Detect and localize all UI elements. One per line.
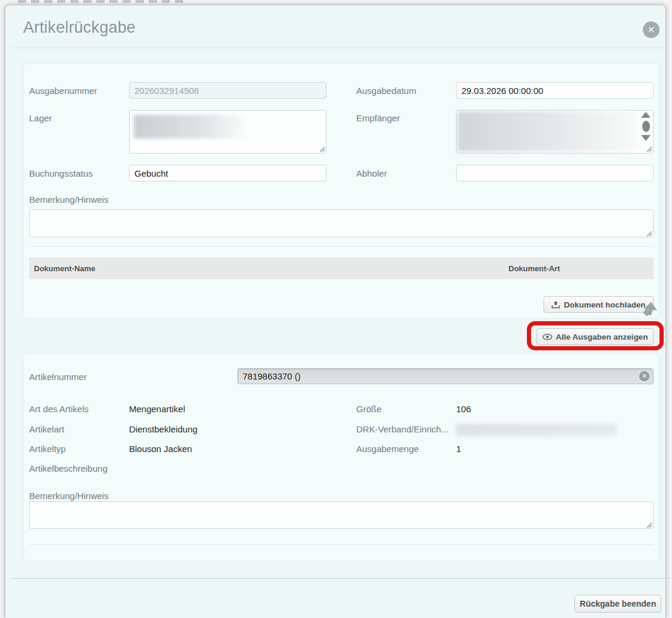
- bemerkung-textarea[interactable]: [29, 209, 654, 237]
- article-panel: [23, 353, 660, 561]
- clear-article-icon[interactable]: ✕: [639, 371, 649, 381]
- finish-button-label: Rückgabe beenden: [580, 599, 656, 608]
- article-panel-divider: [29, 544, 654, 545]
- footer-divider: [11, 578, 671, 579]
- art-des-artikels-label: Art des Artikels: [29, 404, 89, 414]
- buchungsstatus-input[interactable]: [129, 165, 326, 181]
- artikelbeschreibung-label: Artikelbeschreibung: [29, 463, 108, 473]
- groesse-label: Größe: [356, 404, 382, 414]
- empfaenger-scrollbar[interactable]: [641, 112, 651, 141]
- column-dokument-name: Dokument-Name: [29, 264, 504, 273]
- abholer-label: Abholer: [356, 168, 387, 178]
- groesse-value: 106: [456, 404, 471, 414]
- drk-verband-label: DRK-Verband/Einrich...: [356, 424, 448, 434]
- upload-document-button[interactable]: Dokument hochladen: [544, 296, 654, 313]
- buchungsstatus-label: Buchungsstatus: [29, 168, 93, 178]
- artikelnummer-input[interactable]: 7819863370 (): [237, 368, 654, 384]
- screen: Artikelrückgabe ✕ Ausgabenummer Ausgabed…: [0, 0, 672, 618]
- artikeltyp-value: Blouson Jacken: [129, 444, 192, 454]
- ausgabedatum-input[interactable]: [456, 82, 654, 99]
- dialog-title: Artikelrückgabe: [23, 18, 136, 37]
- documents-table-header: Dokument-Name Dokument-Art: [29, 258, 654, 279]
- issue-panel: [23, 63, 660, 319]
- ausgabedatum-label: Ausgabedatum: [356, 86, 416, 96]
- artikelnummer-value: 7819863370 (): [243, 371, 301, 381]
- header-divider: [11, 48, 671, 48]
- artikelnummer-label: Artikelnummer: [29, 372, 87, 382]
- article-bemerkung-resize-handle[interactable]: [646, 522, 652, 528]
- ausgabemenge-label: Ausgabemenge: [356, 444, 419, 454]
- empfaenger-resize-handle[interactable]: [646, 146, 652, 152]
- article-bemerkung-label: Bemerkung/Hinweis: [29, 491, 108, 501]
- eye-icon: [542, 334, 552, 340]
- ausgabemenge-value: 1: [456, 444, 461, 454]
- empfaenger-redacted-text: [457, 111, 639, 152]
- ausgabenummer-label: Ausgabenummer: [29, 86, 97, 96]
- artikelart-label: Artikelart: [29, 424, 64, 434]
- finish-return-button[interactable]: Rückgabe beenden: [574, 595, 661, 613]
- upload-icon: [551, 300, 560, 309]
- background-page-remnant: [18, 0, 184, 3]
- show-all-issues-button[interactable]: Alle Ausgaben anzeigen: [536, 328, 654, 345]
- article-bemerkung-textarea[interactable]: [29, 501, 654, 529]
- column-dokument-art: Dokument-Art: [504, 264, 654, 273]
- art-des-artikels-value: Mengenartikel: [129, 404, 185, 414]
- bemerkung-resize-handle[interactable]: [646, 230, 652, 237]
- scroll-down-icon[interactable]: [641, 135, 651, 141]
- show-all-button-label: Alle Ausgaben anzeigen: [556, 332, 648, 341]
- drk-verband-redacted-value: [456, 423, 617, 436]
- panel-divider: [29, 246, 654, 247]
- lager-resize-handle[interactable]: [319, 146, 325, 152]
- empfaenger-label: Empfänger: [356, 113, 400, 123]
- lager-label: Lager: [29, 113, 52, 123]
- artikelrueckgabe-dialog: Artikelrückgabe ✕ Ausgabenummer Ausgabed…: [5, 5, 666, 618]
- scroll-thumb[interactable]: [642, 121, 650, 132]
- artikelart-value: Dienstbekleidung: [129, 424, 197, 434]
- scroll-up-icon[interactable]: [641, 112, 651, 118]
- upload-button-label: Dokument hochladen: [564, 300, 645, 309]
- artikeltyp-label: Artikeltyp: [29, 444, 66, 454]
- ausgabenummer-input[interactable]: [129, 82, 326, 99]
- bemerkung-label: Bemerkung/Hinweis: [29, 195, 108, 205]
- close-icon[interactable]: ✕: [643, 21, 660, 38]
- abholer-input[interactable]: [456, 165, 654, 181]
- lager-redacted-text: [134, 115, 248, 139]
